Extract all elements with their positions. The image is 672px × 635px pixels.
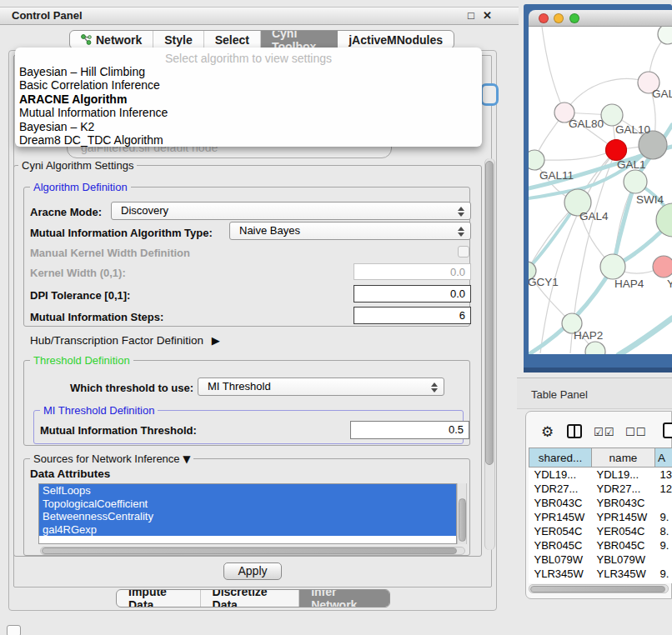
aracne-mode-label: Aracne Mode: bbox=[30, 206, 102, 218]
table-header-row[interactable]: shared... name A bbox=[529, 448, 672, 468]
network-node[interactable] bbox=[529, 150, 544, 170]
table-row[interactable]: YDR27...YDR27...12 bbox=[529, 482, 672, 496]
mi-type-label: Mutual Information Algorithm Type: bbox=[30, 227, 213, 239]
refresh-button-partial[interactable] bbox=[480, 83, 499, 106]
network-node-label: HAP2 bbox=[574, 329, 603, 342]
algorithm-option[interactable]: ARACNE Algorithm bbox=[18, 92, 479, 106]
spinner-arrows-icon bbox=[431, 382, 438, 393]
deselect-checkboxes-icon[interactable]: ☐☐ bbox=[625, 426, 646, 438]
float-window-icon[interactable]: □ bbox=[468, 9, 474, 22]
dpi-tolerance-field[interactable]: 0.0 bbox=[354, 285, 471, 302]
network-node-label: GAL bbox=[652, 88, 672, 100]
tab-discretize-data[interactable]: Discretize Data bbox=[201, 590, 300, 607]
network-node-label: SWI4 bbox=[636, 193, 664, 206]
gear-icon[interactable]: ⚙ bbox=[541, 423, 554, 440]
mi-threshold-label: Mutual Information Threshold: bbox=[40, 424, 197, 437]
manual-kernel-checkbox[interactable] bbox=[458, 246, 469, 258]
function-builder-icon[interactable] bbox=[663, 422, 672, 438]
mi-threshold-field[interactable]: 0.5 bbox=[350, 421, 469, 439]
cyni-algorithm-settings-title: Cyni Algorithm Settings bbox=[18, 159, 137, 172]
dock-panel-icon[interactable] bbox=[7, 625, 21, 635]
data-attributes-label: Data Attributes bbox=[30, 468, 110, 480]
minimize-traffic-light-icon[interactable] bbox=[554, 13, 564, 23]
network-node-label: Y bbox=[667, 278, 672, 290]
tab-impute-data[interactable]: Impute Data bbox=[117, 590, 201, 607]
aracne-mode-select[interactable]: Discovery bbox=[111, 202, 471, 220]
threshold-definition-title: Threshold Definition bbox=[30, 354, 133, 367]
network-node[interactable] bbox=[624, 170, 647, 193]
table-row[interactable]: YIL052CYIL052C9. bbox=[529, 581, 672, 584]
network-graph: GALGAL80GAL10GAL1GAL11SWI4GAL4HAP4YGCY1H… bbox=[529, 27, 672, 354]
tab-jactivemnodules[interactable]: jActiveMNodules bbox=[338, 31, 454, 48]
table-row[interactable]: YDL19...YDL19...13 bbox=[529, 468, 672, 482]
algorithm-dropdown-list: Bayesian – Hill ClimbingBasic Correlatio… bbox=[18, 65, 479, 147]
algorithm-option[interactable]: Dream8 DC_TDC Algorithm bbox=[18, 133, 479, 147]
which-threshold-select[interactable]: MI Threshold bbox=[198, 378, 444, 396]
data-attribute-item[interactable]: SelfLoops bbox=[39, 484, 456, 498]
mi-steps-label: Mutual Information Steps: bbox=[30, 311, 163, 323]
sources-title[interactable]: Sources for Network Inference ▼ bbox=[30, 452, 193, 465]
settings-scrollbar-thumb[interactable] bbox=[485, 161, 494, 465]
column-header-shared-name[interactable]: shared... bbox=[529, 448, 592, 468]
network-node-label: GAL80 bbox=[569, 118, 604, 130]
control-panel-title: Control Panel bbox=[12, 9, 83, 22]
table-row[interactable]: YLR345WYLR345W9. bbox=[529, 567, 672, 581]
network-node[interactable] bbox=[653, 256, 672, 278]
select-all-checkboxes-icon[interactable]: ☑☑ bbox=[594, 426, 614, 438]
network-canvas[interactable]: GALGAL80GAL10GAL1GAL11SWI4GAL4HAP4YGCY1H… bbox=[529, 27, 672, 354]
table-row[interactable]: YER054CYER054C8. bbox=[529, 524, 672, 538]
algorithm-dropdown-placeholder: Select algorithm to view settings bbox=[15, 52, 482, 65]
algorithm-option[interactable]: Basic Correlation Inference bbox=[18, 78, 479, 92]
tab-network[interactable]: Network bbox=[70, 31, 153, 48]
network-node-label: GAL1 bbox=[617, 158, 646, 171]
kernel-width-label: Kernel Width (0,1): bbox=[30, 267, 126, 279]
tab-select[interactable]: Select bbox=[204, 31, 261, 48]
tab-style[interactable]: Style bbox=[153, 31, 203, 48]
data-attribute-item[interactable]: TopologicalCoefficient bbox=[39, 498, 456, 511]
algorithm-option[interactable]: Bayesian – Hill Climbing bbox=[18, 65, 479, 78]
attr-list-hscrollbar-thumb[interactable] bbox=[42, 548, 457, 554]
tab-network-label: Network bbox=[96, 33, 142, 47]
apply-button[interactable]: Apply bbox=[223, 562, 282, 580]
mi-steps-field[interactable]: 6 bbox=[354, 307, 471, 324]
node-table-wrap: shared... name A YDL19...YDL19...13YDR27… bbox=[529, 448, 672, 583]
network-window-frame-bottom bbox=[524, 368, 672, 372]
screen: Control Panel □ ✕ Network Style Select C… bbox=[0, 0, 672, 635]
network-window-titlebar[interactable] bbox=[529, 10, 672, 27]
network-node[interactable] bbox=[600, 254, 625, 279]
table-row[interactable]: YBR043CYBR043C bbox=[529, 496, 672, 510]
column-header-partial[interactable]: A bbox=[655, 448, 672, 468]
data-attribute-item[interactable]: gal4RGexp bbox=[39, 523, 456, 537]
network-node-label: GAL4 bbox=[579, 210, 609, 222]
algorithm-option[interactable]: Bayesian – K2 bbox=[18, 120, 479, 133]
close-icon[interactable]: ✕ bbox=[483, 9, 492, 22]
chevron-down-icon: ▼ bbox=[183, 453, 190, 465]
network-node-label: GAL11 bbox=[539, 169, 574, 182]
network-node[interactable] bbox=[658, 27, 672, 44]
mi-type-select[interactable]: Naive Bayes bbox=[229, 222, 471, 240]
algorithm-dropdown: Select algorithm to view settings Bayesi… bbox=[15, 48, 482, 147]
table-row[interactable]: YBL079WYBL079W bbox=[529, 552, 672, 567]
manual-kernel-label: Manual Kernel Width Definition bbox=[30, 247, 190, 259]
split-columns-icon[interactable] bbox=[567, 424, 582, 438]
tab-cyni-toolbox[interactable]: Cyni Toolbox bbox=[261, 31, 338, 48]
control-panel-tabbar: Network Style Select Cyni Toolbox jActiv… bbox=[69, 30, 454, 49]
table-panel-title: Table Panel bbox=[531, 388, 588, 401]
close-traffic-light-icon[interactable] bbox=[539, 13, 549, 23]
table-hscrollbar-thumb[interactable] bbox=[530, 586, 665, 592]
hub-definition-toggle[interactable]: Hub/Transcription Factor Definition ▶ bbox=[30, 334, 220, 347]
data-attributes-list[interactable]: SelfLoopsTopologicalCoefficientBetweenne… bbox=[38, 483, 457, 544]
algorithm-definition-title: Algorithm Definition bbox=[30, 181, 131, 193]
network-icon bbox=[81, 34, 92, 45]
tab-infer-network[interactable]: Infer Network bbox=[299, 590, 389, 607]
algorithm-option[interactable]: Mutual Information Inference bbox=[18, 106, 479, 119]
table-row[interactable]: YPR145WYPR145W9. bbox=[529, 510, 672, 524]
network-node[interactable] bbox=[606, 140, 627, 161]
table-row[interactable]: YBR045CYBR045C9. bbox=[529, 538, 672, 552]
column-header-name[interactable]: name bbox=[592, 448, 655, 468]
spinner-arrows-icon bbox=[458, 206, 464, 218]
data-attribute-item[interactable]: BetweennessCentrality bbox=[39, 510, 456, 523]
attr-list-scrollbar-thumb[interactable] bbox=[459, 498, 466, 542]
kernel-width-field[interactable]: 0.0 bbox=[354, 263, 471, 280]
zoom-traffic-light-icon[interactable] bbox=[569, 13, 579, 23]
